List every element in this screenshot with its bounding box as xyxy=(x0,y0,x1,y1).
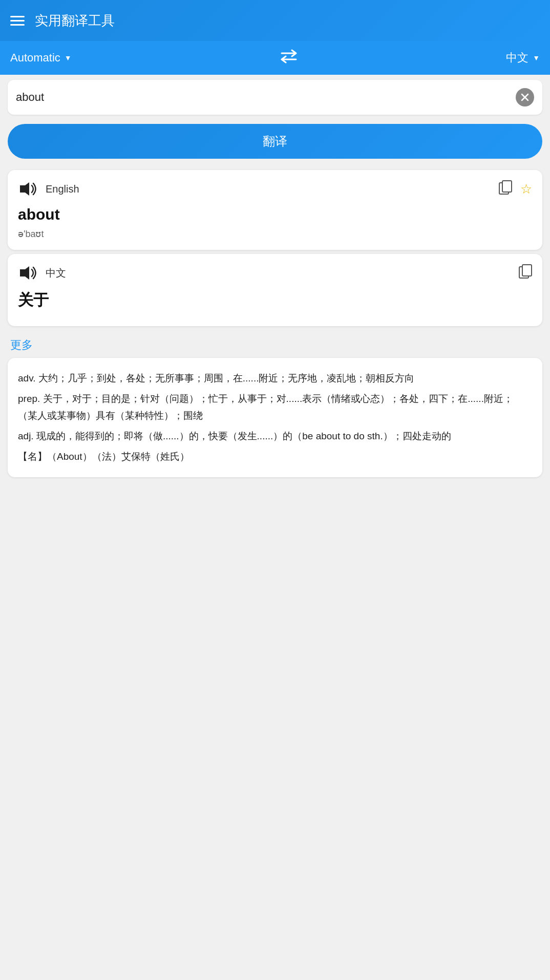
search-input[interactable] xyxy=(16,91,516,104)
menu-button[interactable] xyxy=(10,16,25,26)
english-lang-label: English xyxy=(46,183,79,195)
language-bar: Automatic ▼ 中文 ▼ xyxy=(0,41,550,75)
translate-button[interactable]: 翻译 xyxy=(8,124,542,159)
english-speaker-button[interactable] xyxy=(18,180,38,198)
app-title: 实用翻译工具 xyxy=(35,12,115,30)
more-line-2: prep. 关于，对于；目的是；针对（问题）；忙于，从事于；对......表示（… xyxy=(18,391,532,424)
more-line-1: adv. 大约；几乎；到处，各处；无所事事；周围，在......附近；无序地，凌… xyxy=(18,370,532,387)
source-language-chevron-icon: ▼ xyxy=(65,54,72,62)
target-language-selector[interactable]: 中文 ▼ xyxy=(506,50,540,66)
more-line-3: adj. 现成的，能得到的；即将（做......）的，快要（发生......）的… xyxy=(18,428,532,444)
chinese-card-header-left: 中文 xyxy=(18,264,66,282)
svg-marker-2 xyxy=(20,182,29,196)
swap-languages-button[interactable] xyxy=(280,49,298,67)
english-card-header: English ☆ xyxy=(18,180,532,198)
chinese-lang-label: 中文 xyxy=(46,266,66,280)
chinese-result-card: 中文 关于 xyxy=(8,254,542,326)
english-phonetic: ə'baʊt xyxy=(18,228,532,240)
search-area xyxy=(8,80,542,115)
english-word: about xyxy=(18,206,532,223)
svg-rect-7 xyxy=(522,265,532,276)
english-result-card: English ☆ about ə'baʊt xyxy=(8,170,542,250)
svg-marker-5 xyxy=(20,266,29,280)
chinese-copy-button[interactable] xyxy=(519,264,532,282)
target-language-chevron-icon: ▼ xyxy=(533,54,540,62)
chinese-speaker-button[interactable] xyxy=(18,264,38,282)
app-header: 实用翻译工具 xyxy=(0,0,550,41)
english-star-button[interactable]: ☆ xyxy=(520,181,532,197)
svg-rect-4 xyxy=(502,181,512,192)
english-card-actions: ☆ xyxy=(499,180,532,198)
more-line-4: 【名】（About）（法）艾保特（姓氏） xyxy=(18,449,532,465)
chinese-card-actions xyxy=(519,264,532,282)
english-card-header-left: English xyxy=(18,180,79,198)
clear-button[interactable] xyxy=(516,88,534,106)
source-language-label: Automatic xyxy=(10,51,60,65)
more-section-label: 更多 xyxy=(0,330,550,358)
chinese-card-header: 中文 xyxy=(18,264,532,282)
source-language-selector[interactable]: Automatic ▼ xyxy=(10,51,72,65)
target-language-label: 中文 xyxy=(506,50,528,66)
english-copy-button[interactable] xyxy=(499,180,512,198)
more-content-card: adv. 大约；几乎；到处，各处；无所事事；周围，在......附近；无序地，凌… xyxy=(8,358,542,477)
chinese-word: 关于 xyxy=(18,290,532,311)
